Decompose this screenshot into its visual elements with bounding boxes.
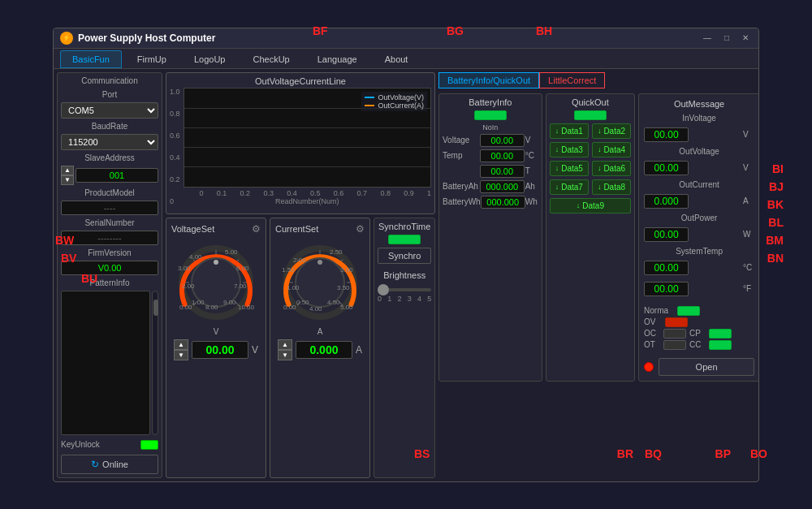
battery-noin-label: NoIn	[443, 123, 538, 132]
svg-text:3.00: 3.00	[340, 266, 353, 274]
battery-wh-unit: Wh	[525, 197, 538, 206]
window-title: Power Supply Host Computer	[78, 32, 215, 44]
title-bar: ⚡ Power Supply Host Computer — □ ✕	[54, 28, 758, 49]
out-voltage-value: 00.00	[644, 161, 689, 175]
svg-text:4.00: 4.00	[189, 253, 202, 261]
battery-ah-label: BatteryAh	[443, 182, 479, 191]
chart-legend: OutVoltage(V) OutCurrent(A)	[361, 92, 427, 111]
baud-select[interactable]: 115200 9600192003840057600	[61, 134, 158, 150]
current-knob[interactable]: 0.00 5.00 2.00 2.50 3.00 1.50 1.00 3.50 …	[275, 238, 365, 327]
voltage-unit-label: V	[214, 327, 219, 336]
slave-input[interactable]	[76, 168, 158, 183]
current-decrement[interactable]: ▼	[278, 350, 292, 360]
voltage-decrement[interactable]: ▼	[174, 350, 188, 360]
status-section: Norma OV OC CP	[644, 304, 754, 352]
annot-BN: BN	[767, 252, 784, 265]
chart-panel: OutVoltageCurrentLine 1.00.80.60.40.20	[166, 72, 435, 214]
voltage-knob[interactable]: 0.00 10.00 4.00 5.00 6.00 3.00 2.00 7.00…	[171, 238, 261, 327]
tab-battery-quickout[interactable]: BatteryInfo/QuickOut	[438, 72, 539, 88]
ov-label: OV	[644, 317, 660, 326]
tab-about[interactable]: About	[373, 50, 421, 68]
key-unlock-label: KeyUnlock	[61, 440, 100, 449]
battery-temp-label: Temp	[443, 151, 479, 160]
port-select[interactable]: COM5 COM1COM2COM3COM4	[61, 102, 158, 119]
tab-firmup[interactable]: FirmUp	[125, 50, 179, 68]
center-area: OutVoltageCurrentLine 1.00.80.60.40.20	[166, 72, 435, 478]
battery-voltage-label: Voltage	[443, 136, 479, 145]
out-current-label: OutCurrent	[644, 180, 754, 189]
firm-version-input[interactable]	[61, 261, 158, 275]
slave-decrement[interactable]: ▼	[61, 175, 74, 185]
voltage-increment[interactable]: ▲	[174, 339, 188, 350]
tab-language[interactable]: Language	[305, 50, 369, 68]
svg-text:4.00: 4.00	[309, 305, 322, 313]
data6-button[interactable]: ↓Data6	[592, 161, 631, 176]
brightness-slider[interactable]	[378, 288, 431, 291]
norma-label: Norma	[644, 306, 672, 315]
refresh-icon: ↻	[91, 459, 99, 470]
svg-text:10.00: 10.00	[238, 304, 255, 311]
battery-tabs-row: BatteryInfo/QuickOut LittleCorrect	[438, 72, 755, 88]
annot-BJ: BJ	[769, 180, 784, 193]
svg-text:1.00: 1.00	[192, 299, 205, 306]
cc-indicator	[709, 340, 732, 350]
product-label: ProductModel	[61, 188, 158, 197]
ot-indicator	[663, 340, 686, 350]
oc-label: OC	[644, 329, 660, 338]
slave-increment[interactable]: ▲	[61, 166, 74, 175]
out-current-value: 0.000	[644, 194, 689, 209]
quickout-indicator	[574, 110, 607, 120]
out-current-unit: A	[743, 196, 754, 205]
battery-wh-label: BatteryWh	[443, 197, 481, 206]
svg-text:7.00: 7.00	[234, 283, 247, 290]
data2-button[interactable]: ↓Data2	[592, 123, 631, 139]
data4-button[interactable]: ↓Data4	[592, 142, 631, 157]
current-display: 0.000	[296, 341, 352, 359]
cp-label: CP	[689, 329, 706, 338]
tab-little-correct[interactable]: LittleCorrect	[539, 72, 605, 88]
svg-text:3.50: 3.50	[337, 284, 350, 291]
sys-temp-value: 00.00	[644, 261, 689, 275]
current-increment[interactable]: ▲	[278, 339, 292, 350]
synchro-button[interactable]: Synchro	[378, 248, 431, 264]
out-voltage-label: OutVoltage	[644, 147, 754, 156]
ov-indicator	[665, 317, 688, 327]
svg-text:0.00: 0.00	[283, 304, 296, 311]
online-button[interactable]: ↻ Online	[61, 455, 158, 474]
svg-text:5.00: 5.00	[225, 248, 238, 256]
pattern-label: PatternInfo	[61, 278, 158, 287]
current-gear-icon[interactable]: ⚙	[356, 223, 365, 235]
sys-temp-unit: °C	[743, 263, 754, 272]
svg-point-9	[214, 260, 218, 265]
svg-text:1.50: 1.50	[282, 266, 295, 274]
tab-logoup[interactable]: LogoUp	[182, 50, 238, 68]
close-button[interactable]: ✕	[739, 33, 752, 42]
ot-label: OT	[644, 340, 660, 349]
maximize-button[interactable]: □	[721, 33, 732, 42]
chart-x-title: ReadNumber(Num)	[184, 197, 431, 205]
current-set-panel: CurrentSet ⚙	[270, 218, 370, 478]
serial-label: SerialNumber	[61, 218, 158, 227]
open-button[interactable]: Open	[659, 358, 754, 376]
annot-BI: BI	[772, 162, 784, 175]
baud-label: BaudRate	[61, 122, 158, 131]
out-message-panel: OutMessage InVoltage 00.00 V OutVoltage …	[638, 93, 758, 382]
app-icon: ⚡	[60, 32, 73, 45]
data3-button[interactable]: ↓Data3	[550, 142, 589, 157]
minimize-button[interactable]: —	[700, 33, 715, 42]
out-power-unit: W	[743, 230, 754, 239]
quickout-panel: QuickOut ↓Data1 ↓Data2 ↓Data3 ↓Data4 ↓Da…	[546, 93, 635, 382]
battery-noin-bar	[474, 110, 507, 120]
key-unlock-indicator	[140, 440, 158, 450]
in-voltage-label: InVoltage	[644, 114, 754, 123]
voltage-gear-icon[interactable]: ⚙	[252, 223, 261, 235]
tab-basicfun[interactable]: BasicFun	[60, 50, 122, 68]
data7-button[interactable]: ↓Data7	[550, 179, 589, 195]
online-label: Online	[102, 459, 128, 469]
data9-button[interactable]: ↓Data9	[550, 198, 631, 214]
data5-button[interactable]: ↓Data5	[550, 161, 589, 176]
tab-checkup[interactable]: CheckUp	[240, 50, 301, 68]
data8-button[interactable]: ↓Data8	[592, 179, 631, 195]
data1-button[interactable]: ↓Data1	[550, 123, 589, 139]
battery-voltage-unit: V	[525, 136, 538, 145]
